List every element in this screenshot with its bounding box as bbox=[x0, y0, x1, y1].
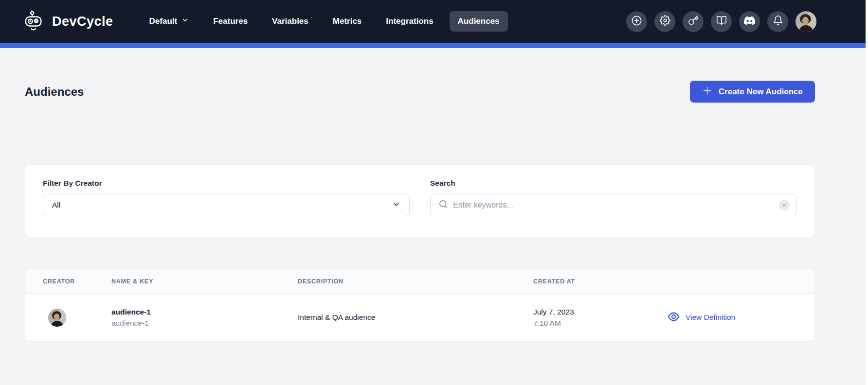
documentation-button[interactable] bbox=[711, 11, 732, 32]
column-creator: Creator bbox=[43, 278, 111, 285]
created-time: 7:10 AM bbox=[533, 319, 667, 328]
creator-filter-value: All bbox=[52, 201, 60, 210]
docs-book-icon bbox=[716, 15, 727, 28]
plus-circle-icon bbox=[631, 15, 642, 28]
table-header-row: Creator Name & Key Description Created A… bbox=[25, 269, 814, 294]
create-new-audience-button[interactable]: Create New Audience bbox=[690, 81, 815, 103]
audiences-page: Audiences Create New Audience Filter By … bbox=[0, 81, 868, 342]
discord-button[interactable] bbox=[739, 11, 760, 32]
project-selector-label: Default bbox=[149, 17, 178, 26]
api-keys-button[interactable] bbox=[683, 11, 704, 32]
search-field: Search bbox=[430, 179, 797, 237]
navbar-actions bbox=[626, 11, 816, 32]
chevron-down-icon bbox=[392, 200, 400, 210]
chevron-down-icon bbox=[181, 17, 189, 26]
cell-name-key: audience-1 audience-1 bbox=[111, 308, 298, 328]
view-definition-link[interactable]: View Definition bbox=[667, 310, 735, 325]
creator-filter-field: Filter By Creator All bbox=[43, 179, 410, 237]
key-icon bbox=[688, 15, 699, 28]
settings-button[interactable] bbox=[654, 11, 675, 32]
audience-key: audience-1 bbox=[111, 319, 298, 328]
brand-name: DevCycle bbox=[52, 14, 113, 29]
scrollbar-gutter bbox=[866, 0, 868, 385]
main-nav: Default Features Variables Metrics Integ… bbox=[149, 11, 500, 32]
nav-item-integrations[interactable]: Integrations bbox=[386, 17, 433, 26]
cell-actions: View Definition bbox=[667, 310, 797, 325]
audience-name: audience-1 bbox=[111, 308, 298, 316]
project-selector-dropdown[interactable]: Default bbox=[149, 17, 189, 26]
create-new-audience-label: Create New Audience bbox=[719, 87, 803, 97]
header-divider bbox=[25, 117, 815, 117]
devcycle-robot-logo-icon bbox=[23, 10, 46, 33]
creator-filter-label: Filter By Creator bbox=[43, 179, 410, 188]
discord-icon bbox=[744, 15, 755, 28]
bell-icon bbox=[773, 15, 783, 28]
column-created-at: Created At bbox=[533, 278, 667, 285]
eye-icon bbox=[667, 310, 680, 325]
page-title: Audiences bbox=[25, 85, 84, 99]
user-avatar[interactable] bbox=[796, 11, 816, 32]
search-label: Search bbox=[430, 179, 797, 188]
column-name-key: Name & Key bbox=[111, 278, 298, 285]
top-navbar: DevCycle Default Features Variables Metr… bbox=[0, 0, 868, 43]
created-date: July 7, 2023 bbox=[533, 308, 667, 316]
nav-item-audiences[interactable]: Audiences bbox=[450, 11, 508, 32]
column-description: Description bbox=[298, 278, 533, 285]
cell-creator bbox=[43, 309, 111, 327]
nav-item-metrics[interactable]: Metrics bbox=[333, 17, 362, 26]
audiences-table: Creator Name & Key Description Created A… bbox=[25, 269, 815, 342]
creator-avatar bbox=[48, 309, 66, 327]
search-box bbox=[430, 194, 797, 216]
page-header: Audiences Create New Audience bbox=[25, 81, 815, 103]
nav-item-variables[interactable]: Variables bbox=[272, 17, 308, 26]
creator-filter-select[interactable]: All bbox=[43, 194, 410, 216]
notifications-button[interactable] bbox=[767, 11, 788, 32]
devcycle-brand[interactable]: DevCycle bbox=[23, 10, 113, 33]
clear-search-button[interactable] bbox=[779, 200, 790, 210]
close-icon bbox=[782, 202, 787, 209]
gear-icon bbox=[660, 15, 670, 28]
table-row[interactable]: audience-1 audience-1 Internal & QA audi… bbox=[25, 294, 814, 341]
plus-icon bbox=[702, 86, 712, 98]
filter-card: Filter By Creator All Search bbox=[25, 164, 815, 237]
nav-item-features[interactable]: Features bbox=[213, 17, 248, 26]
accent-progress-bar bbox=[0, 43, 868, 48]
search-input[interactable] bbox=[453, 201, 773, 210]
cell-created-at: July 7, 2023 7:10 AM bbox=[533, 308, 667, 328]
cell-description: Internal & QA audience bbox=[298, 313, 533, 322]
create-plus-button[interactable] bbox=[626, 11, 647, 32]
search-icon bbox=[438, 199, 448, 211]
view-definition-label: View Definition bbox=[686, 313, 735, 322]
